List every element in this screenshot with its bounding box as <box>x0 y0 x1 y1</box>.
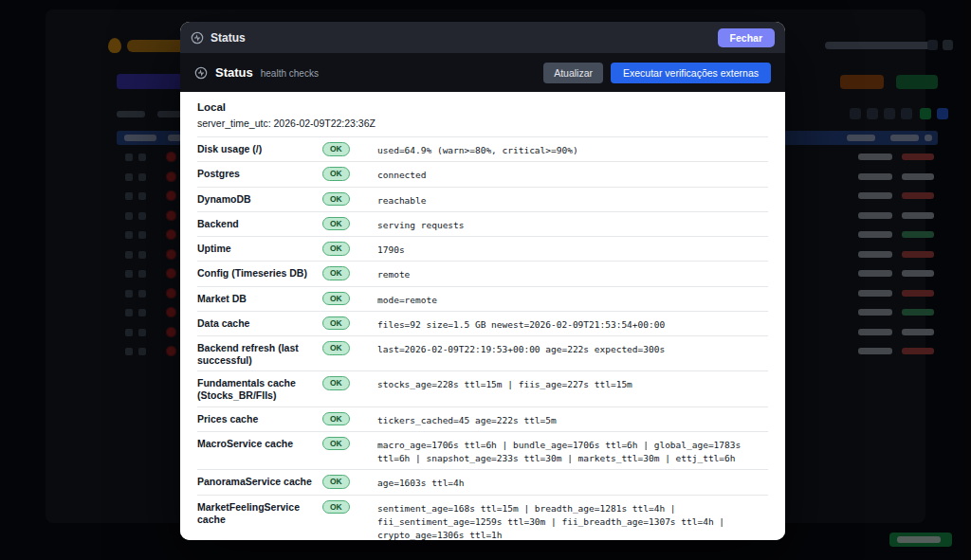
check-row: Uptime OK 1790s <box>197 236 768 261</box>
activity-icon <box>191 31 204 45</box>
check-row: Market DB OK mode=remote <box>197 286 768 311</box>
check-row: Postgres OK connected <box>197 161 768 186</box>
status-badge: OK <box>322 192 350 207</box>
status-badge: OK <box>322 142 350 156</box>
check-label: Data cache <box>197 316 322 330</box>
check-label: Prices cache <box>197 412 322 425</box>
run-external-checks-button[interactable]: Executar verificações externas <box>611 63 771 83</box>
check-value: age=1603s ttl=4h <box>377 475 465 490</box>
check-label: MacroService cache <box>197 437 322 450</box>
check-row: PanoramaService cache OK age=1603s ttl=4… <box>197 469 768 494</box>
close-button[interactable]: Fechar <box>718 28 775 47</box>
check-label: DynamoDB <box>197 192 322 206</box>
check-value: 1790s <box>377 242 405 257</box>
check-label: Fundamentals cache (Stocks_BR/FIIs) <box>197 376 322 402</box>
check-row: Backend OK serving requests <box>197 211 768 236</box>
check-row: Prices cache OK tickers_cached=45 age=22… <box>197 406 768 431</box>
check-label: MarketFeelingService cache <box>197 500 322 526</box>
status-badge: OK <box>322 341 350 355</box>
modal-header: Status health checks Atualizar Executar … <box>180 53 785 92</box>
check-value: tickers_cached=45 age=222s ttl=5m <box>377 412 557 427</box>
status-badge: OK <box>322 242 350 256</box>
status-badge: OK <box>322 475 350 489</box>
check-value: remote <box>377 266 410 281</box>
status-badge: OK <box>322 292 350 306</box>
status-badge: OK <box>322 266 350 280</box>
status-badge: OK <box>322 167 350 181</box>
check-row: Disk usage (/) OK used=64.9% (warn>=80%,… <box>197 136 768 161</box>
screen: Status Fechar Status health checks Atual… <box>0 0 971 560</box>
status-badge: OK <box>322 316 350 331</box>
check-label: Disk usage (/) <box>197 142 322 155</box>
check-value: used=64.9% (warn>=80%, critical>=90%) <box>377 142 578 157</box>
modal-title: Status <box>211 31 246 45</box>
check-row: MarketFeelingService cache OK sentiment_… <box>197 495 768 541</box>
status-badge: OK <box>322 437 350 451</box>
check-value: reachable <box>377 192 426 208</box>
check-value: files=92 size=1.5 GB newest=2026-02-09T2… <box>377 316 665 332</box>
page-title: Status <box>215 65 253 80</box>
activity-icon <box>194 66 208 80</box>
refresh-button[interactable]: Atualizar <box>543 63 603 83</box>
section-title: Local <box>197 101 768 113</box>
check-list: Disk usage (/) OK used=64.9% (warn>=80%,… <box>197 136 768 540</box>
check-label: Config (Timeseries DB) <box>197 266 322 280</box>
status-badge: OK <box>322 412 350 426</box>
status-badge: OK <box>322 376 350 390</box>
status-modal: Status Fechar Status health checks Atual… <box>180 22 785 540</box>
check-row: Fundamentals cache (Stocks_BR/FIIs) OK s… <box>197 370 768 406</box>
checks-panel[interactable]: Local server_time_utc: 2026-02-09T22:23:… <box>180 92 785 540</box>
modal-title-bar: Status Fechar <box>180 22 785 53</box>
check-value: serving requests <box>377 217 465 232</box>
status-badge: OK <box>322 500 350 515</box>
check-value: last=2026-02-09T22:19:53+00:00 age=222s … <box>377 341 665 356</box>
check-label: Backend refresh (last successful) <box>197 341 322 367</box>
check-value: stocks_age=228s ttl=15m | fiis_age=227s … <box>377 376 632 391</box>
check-row: Backend refresh (last successful) OK las… <box>197 335 768 370</box>
status-badge: OK <box>322 217 350 231</box>
check-row: DynamoDB OK reachable <box>197 187 768 211</box>
check-value: connected <box>377 167 426 182</box>
check-label: Uptime <box>197 242 322 255</box>
page-subtitle: health checks <box>261 68 319 79</box>
check-row: Data cache OK files=92 size=1.5 GB newes… <box>197 311 768 335</box>
check-row: MacroService cache OK macro_age=1706s tt… <box>197 431 768 470</box>
check-label: Market DB <box>197 292 322 305</box>
server-time: server_time_utc: 2026-02-09T22:23:36Z <box>197 117 768 129</box>
check-value: sentiment_age=168s ttl=15m | breadth_age… <box>377 500 768 541</box>
check-label: Postgres <box>197 167 322 180</box>
check-label: PanoramaService cache <box>197 475 322 488</box>
check-row: Config (Timeseries DB) OK remote <box>197 261 768 285</box>
check-value: mode=remote <box>377 292 437 307</box>
check-value: macro_age=1706s ttl=6h | bundle_age=1706… <box>377 437 768 466</box>
check-label: Backend <box>197 217 322 230</box>
